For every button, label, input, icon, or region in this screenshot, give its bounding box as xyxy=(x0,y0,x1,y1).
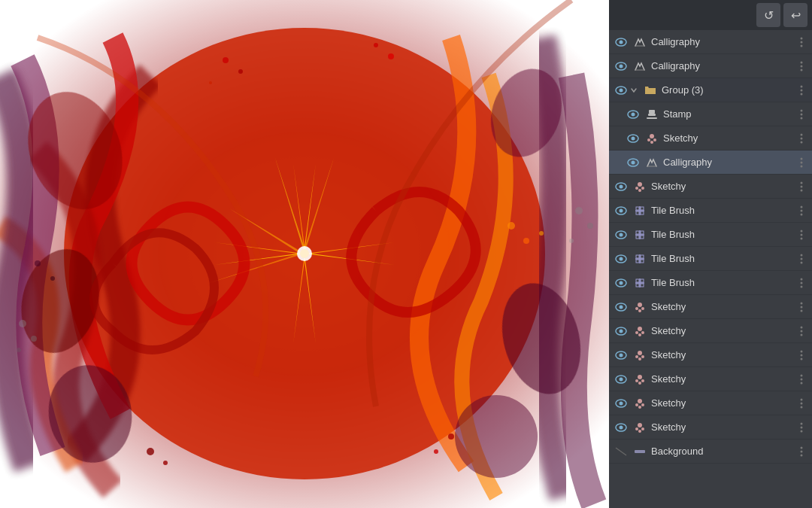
layer-menu-dots[interactable] xyxy=(794,131,809,146)
layer-menu-dots[interactable] xyxy=(794,59,809,74)
layer-menu-dots[interactable] xyxy=(794,107,809,122)
svg-point-93 xyxy=(801,233,803,236)
layer-visibility-toggle[interactable] xyxy=(614,35,629,50)
svg-point-85 xyxy=(801,213,803,215)
layer-row[interactable]: Calligraphy xyxy=(609,30,812,54)
layer-row[interactable]: Sketchy xyxy=(609,415,812,440)
layer-visibility-toggle[interactable] xyxy=(614,348,629,363)
layer-visibility-toggle[interactable] xyxy=(626,107,641,122)
layer-menu-dots[interactable] xyxy=(794,83,809,98)
svg-rect-100 xyxy=(641,260,644,263)
layer-visibility-toggle[interactable] xyxy=(614,372,629,387)
layer-row[interactable]: Calligraphy xyxy=(609,151,812,175)
layer-visibility-toggle[interactable] xyxy=(614,420,629,435)
svg-point-59 xyxy=(650,141,653,144)
svg-point-45 xyxy=(801,93,803,95)
layer-visibility-toggle[interactable] xyxy=(626,131,641,146)
layer-menu-dots[interactable] xyxy=(794,251,809,266)
layer-row[interactable]: Sketchy xyxy=(609,319,812,343)
svg-point-78 xyxy=(620,208,623,212)
layer-name: Tile Brush xyxy=(648,205,794,216)
layer-row[interactable]: Group (3) xyxy=(609,78,812,102)
layer-visibility-toggle[interactable] xyxy=(614,251,629,266)
layer-visibility-toggle[interactable] xyxy=(614,444,629,459)
layer-visibility-toggle[interactable] xyxy=(614,59,629,74)
layer-row[interactable]: Sketchy xyxy=(609,175,812,199)
layer-menu-dots[interactable] xyxy=(794,396,809,411)
svg-point-74 xyxy=(801,181,803,184)
svg-point-67 xyxy=(801,165,803,167)
layer-name: Tile Brush xyxy=(648,277,794,288)
layer-row[interactable]: Calligraphy xyxy=(609,54,812,78)
layer-type-icon-tile xyxy=(632,227,648,243)
layer-visibility-toggle[interactable] xyxy=(614,83,629,98)
layer-type-icon-background xyxy=(632,443,648,460)
layer-type-icon-sketchy xyxy=(632,395,648,412)
artwork-svg xyxy=(0,0,609,508)
layer-visibility-toggle[interactable] xyxy=(614,300,629,315)
svg-point-52 xyxy=(801,113,803,115)
layer-row[interactable]: Tile Brush xyxy=(609,199,812,223)
layer-menu-dots[interactable] xyxy=(794,155,809,170)
layer-visibility-toggle[interactable] xyxy=(614,227,629,242)
svg-point-165 xyxy=(801,426,803,428)
layer-name: Sketchy xyxy=(648,397,794,409)
layer-type-icon-sketchy xyxy=(632,299,648,315)
layer-menu-dots[interactable] xyxy=(794,227,809,242)
layer-row[interactable]: Sketchy xyxy=(609,126,812,151)
redo-button[interactable]: ↩ xyxy=(783,3,807,27)
layer-row[interactable]: Sketchy xyxy=(609,295,812,319)
layer-menu-dots[interactable] xyxy=(794,300,809,315)
layer-menu-dots[interactable] xyxy=(794,324,809,339)
layer-type-icon-tile xyxy=(632,202,648,219)
layer-name: Calligraphy xyxy=(660,157,794,168)
layer-visibility-toggle[interactable] xyxy=(626,155,641,170)
svg-point-24 xyxy=(50,276,55,281)
svg-point-30 xyxy=(569,239,574,243)
svg-point-8 xyxy=(455,395,538,478)
layer-name: Calligraphy xyxy=(648,36,794,47)
svg-rect-88 xyxy=(636,231,639,234)
layer-row[interactable]: Tile Brush xyxy=(609,271,812,295)
layer-menu-dots[interactable] xyxy=(794,35,809,50)
svg-point-138 xyxy=(801,354,803,356)
layer-visibility-toggle[interactable] xyxy=(614,203,629,218)
layer-row[interactable]: Sketchy xyxy=(609,367,812,391)
svg-point-53 xyxy=(801,117,803,119)
svg-point-103 xyxy=(801,261,803,263)
svg-point-22 xyxy=(539,231,544,236)
layer-row[interactable]: Tile Brush xyxy=(609,247,812,271)
svg-point-10 xyxy=(300,249,309,258)
svg-point-26 xyxy=(31,336,37,342)
layer-row[interactable]: Tile Brush xyxy=(609,223,812,247)
undo-button[interactable]: ↺ xyxy=(756,3,780,27)
layer-row[interactable]: Background xyxy=(609,440,812,464)
layer-menu-dots[interactable] xyxy=(794,444,809,459)
layer-row[interactable]: Stamp xyxy=(609,102,812,126)
group-collapse-arrow[interactable] xyxy=(629,87,639,94)
layer-type-icon-sketchy xyxy=(632,371,648,388)
layers-list[interactable]: CalligraphyCalligraphyGroup (3)StampSket… xyxy=(609,30,812,508)
layer-menu-dots[interactable] xyxy=(794,372,809,387)
layer-visibility-toggle[interactable] xyxy=(614,275,629,291)
layer-name: Tile Brush xyxy=(648,253,794,264)
layer-type-icon-group xyxy=(642,82,659,99)
svg-point-170 xyxy=(801,450,803,452)
svg-point-15 xyxy=(388,53,394,59)
layer-visibility-toggle[interactable] xyxy=(614,179,629,194)
layer-name: Sketchy xyxy=(648,325,794,336)
layer-name: Sketchy xyxy=(660,132,794,144)
layer-visibility-toggle[interactable] xyxy=(614,324,629,339)
svg-point-42 xyxy=(620,88,623,92)
layer-visibility-toggle[interactable] xyxy=(614,396,629,411)
svg-point-126 xyxy=(641,331,644,334)
layer-menu-dots[interactable] xyxy=(794,203,809,218)
layer-row[interactable]: Sketchy xyxy=(609,343,812,367)
svg-point-144 xyxy=(641,379,644,382)
layer-name: Sketchy xyxy=(648,373,794,385)
layer-row[interactable]: Sketchy xyxy=(609,391,812,415)
layer-menu-dots[interactable] xyxy=(794,420,809,435)
layer-menu-dots[interactable] xyxy=(794,179,809,194)
layer-menu-dots[interactable] xyxy=(794,348,809,363)
layer-menu-dots[interactable] xyxy=(794,275,809,291)
